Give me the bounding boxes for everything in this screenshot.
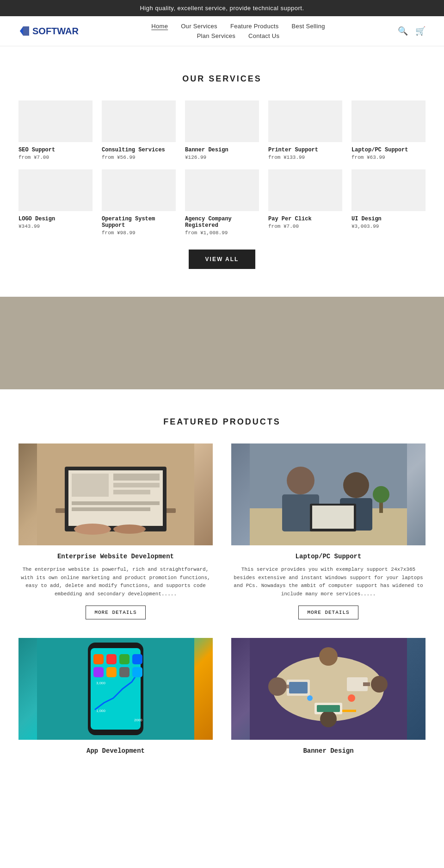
svg-rect-9 bbox=[113, 490, 150, 494]
service-name-0: SEO Support bbox=[18, 147, 92, 153]
featured-img-banner bbox=[231, 638, 426, 740]
service-price-0: from ¥7.00 bbox=[18, 155, 92, 160]
service-card-0[interactable]: SEO Support from ¥7.00 bbox=[18, 100, 92, 160]
services-section: OUR SERVICES SEO Support from ¥7.00 Cons… bbox=[0, 46, 444, 297]
service-card-2[interactable]: Banner Design ¥126.99 bbox=[185, 100, 259, 160]
header: SOFTWAR Home Our Services Feature Produc… bbox=[0, 16, 444, 46]
svg-point-47 bbox=[320, 711, 337, 727]
svg-rect-22 bbox=[312, 506, 354, 529]
service-price-4: from ¥63.99 bbox=[352, 155, 426, 160]
service-card-6[interactable]: Operating System Support from ¥98.99 bbox=[102, 169, 176, 236]
service-price-6: from ¥98.99 bbox=[102, 230, 176, 236]
service-img-6 bbox=[102, 169, 176, 211]
view-all-container: VIEW ALL bbox=[18, 250, 426, 269]
service-img-2 bbox=[185, 100, 259, 142]
banner-section bbox=[0, 297, 444, 389]
service-price-5: ¥343.99 bbox=[18, 224, 92, 229]
service-name-1: Consulting Services bbox=[102, 147, 176, 153]
service-img-5 bbox=[18, 169, 92, 211]
service-img-3 bbox=[268, 100, 342, 142]
cart-icon: 🛒 bbox=[415, 26, 426, 36]
svg-rect-51 bbox=[289, 682, 308, 693]
svg-point-52 bbox=[348, 694, 355, 702]
featured-section: FEATURED PRODUCTS bbox=[0, 389, 444, 806]
service-card-1[interactable]: Consulting Services from ¥56.99 bbox=[102, 100, 176, 160]
service-img-0 bbox=[18, 100, 92, 142]
svg-point-46 bbox=[319, 647, 338, 666]
header-icons: 🔍 🛒 bbox=[398, 26, 426, 36]
more-details-enterprise[interactable]: MORE DETAILS bbox=[86, 606, 145, 619]
services-grid: SEO Support from ¥7.00 Consulting Servic… bbox=[18, 100, 426, 236]
featured-img-laptop bbox=[231, 443, 426, 545]
logo-icon bbox=[18, 25, 31, 37]
featured-card-desc-enterprise: The enterprise website is powerful, rich… bbox=[18, 566, 213, 598]
featured-card-banner: Banner Design bbox=[231, 638, 426, 760]
featured-card-laptop: Laptop/PC Support This service provides … bbox=[231, 443, 426, 619]
svg-rect-7 bbox=[113, 474, 160, 481]
search-icon: 🔍 bbox=[398, 26, 408, 36]
svg-rect-35 bbox=[132, 667, 142, 677]
service-card-4[interactable]: Laptop/PC Support from ¥63.99 bbox=[352, 100, 426, 160]
svg-rect-32 bbox=[93, 667, 104, 677]
nav-contact-us[interactable]: Contact Us bbox=[248, 32, 279, 39]
service-card-3[interactable]: Printer Support from ¥133.99 bbox=[268, 100, 342, 160]
svg-rect-6 bbox=[72, 474, 109, 497]
nav-row-2: Plan Services Contact Us bbox=[197, 32, 280, 39]
featured-img-app: 3,000 1,000 2000 bbox=[18, 638, 213, 740]
services-title: OUR SERVICES bbox=[18, 74, 426, 84]
service-price-7: from ¥1,008.99 bbox=[185, 230, 259, 236]
service-name-2: Banner Design bbox=[185, 147, 259, 153]
service-price-2: ¥126.99 bbox=[185, 155, 259, 160]
svg-rect-11 bbox=[72, 507, 150, 511]
more-details-laptop[interactable]: MORE DETAILS bbox=[298, 606, 358, 619]
service-card-9[interactable]: UI Design ¥3,003.99 bbox=[352, 169, 426, 236]
service-card-7[interactable]: Agency Company Registered from ¥1,008.99 bbox=[185, 169, 259, 236]
view-all-button[interactable]: VIEW ALL bbox=[189, 250, 256, 269]
nav-row-1: Home Our Services Feature Products Best … bbox=[151, 23, 325, 30]
featured-title: FEATURED PRODUCTS bbox=[18, 417, 426, 427]
nav-plan-services[interactable]: Plan Services bbox=[197, 32, 235, 39]
svg-point-19 bbox=[343, 472, 369, 498]
svg-rect-33 bbox=[106, 667, 117, 677]
nav-feature-products[interactable]: Feature Products bbox=[230, 23, 279, 30]
svg-marker-1 bbox=[20, 27, 23, 35]
svg-point-53 bbox=[307, 695, 313, 701]
service-price-3: from ¥133.99 bbox=[268, 155, 342, 160]
service-img-4 bbox=[352, 100, 426, 142]
logo[interactable]: SOFTWAR bbox=[18, 25, 79, 37]
service-name-5: LOGO Design bbox=[18, 216, 92, 222]
nav-best-selling[interactable]: Best Selling bbox=[291, 23, 325, 30]
svg-point-13 bbox=[113, 525, 146, 534]
svg-point-12 bbox=[74, 524, 111, 535]
service-price-1: from ¥56.99 bbox=[102, 155, 176, 160]
svg-rect-8 bbox=[113, 483, 160, 487]
nav-our-services[interactable]: Our Services bbox=[181, 23, 217, 30]
logo-text: SOFTWAR bbox=[32, 26, 79, 37]
service-card-5[interactable]: LOGO Design ¥343.99 bbox=[18, 169, 92, 236]
svg-point-45 bbox=[371, 676, 388, 693]
nav-home[interactable]: Home bbox=[151, 23, 168, 30]
svg-point-17 bbox=[287, 467, 314, 494]
featured-card-title-laptop: Laptop/PC Support bbox=[231, 553, 426, 560]
featured-card-title-banner: Banner Design bbox=[231, 747, 426, 755]
search-button[interactable]: 🔍 bbox=[398, 26, 408, 36]
featured-card-title-enterprise: Enterprise Website Development bbox=[18, 553, 213, 560]
svg-rect-34 bbox=[119, 667, 130, 677]
svg-rect-54 bbox=[342, 710, 356, 712]
service-name-4: Laptop/PC Support bbox=[352, 147, 426, 153]
service-img-9 bbox=[352, 169, 426, 211]
service-card-8[interactable]: Pay Per Click from ¥7.00 bbox=[268, 169, 342, 236]
svg-text:3,000: 3,000 bbox=[96, 681, 106, 685]
svg-rect-28 bbox=[93, 654, 104, 664]
announcement-text: High quality, excellent service, provide… bbox=[140, 5, 304, 12]
service-name-3: Printer Support bbox=[268, 147, 342, 153]
service-img-1 bbox=[102, 100, 176, 142]
service-img-7 bbox=[185, 169, 259, 211]
svg-text:2000: 2000 bbox=[134, 718, 142, 722]
featured-img-enterprise bbox=[18, 443, 213, 545]
service-price-9: ¥3,003.99 bbox=[352, 224, 426, 229]
featured-card-app: 3,000 1,000 2000 App Development bbox=[18, 638, 213, 760]
featured-grid: Enterprise Website Development The enter… bbox=[18, 443, 426, 760]
cart-button[interactable]: 🛒 bbox=[415, 26, 426, 36]
svg-rect-31 bbox=[132, 654, 142, 664]
